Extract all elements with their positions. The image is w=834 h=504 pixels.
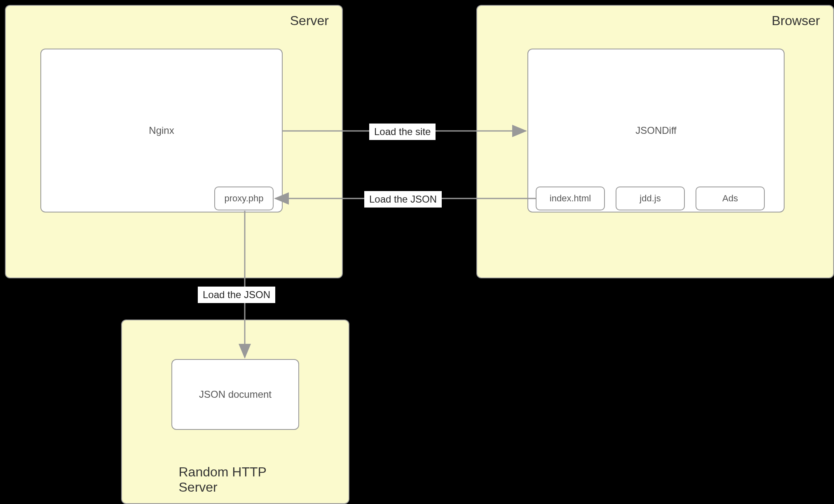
proxy-php-label: proxy.php — [225, 193, 264, 204]
load-site-label: Load the site — [369, 124, 436, 140]
proxy-php-node: proxy.php — [214, 187, 274, 210]
ads-label: Ads — [722, 193, 738, 204]
json-document-node: JSON document — [171, 359, 299, 430]
jsondiff-label: JSONDiff — [635, 125, 677, 136]
nginx-label: Nginx — [149, 125, 174, 136]
index-html-label: index.html — [550, 193, 591, 204]
load-json-2-label: Load the JSON — [198, 287, 275, 303]
random-http-title: Random HTTP Server — [179, 464, 292, 495]
jdd-js-node: jdd.js — [616, 187, 685, 210]
jdd-js-label: jdd.js — [640, 193, 661, 204]
server-title: Server — [290, 13, 329, 28]
browser-title: Browser — [772, 13, 820, 28]
index-html-node: index.html — [536, 187, 605, 210]
load-json-1-label: Load the JSON — [364, 191, 442, 208]
ads-node: Ads — [696, 187, 765, 210]
json-document-label: JSON document — [199, 389, 272, 400]
